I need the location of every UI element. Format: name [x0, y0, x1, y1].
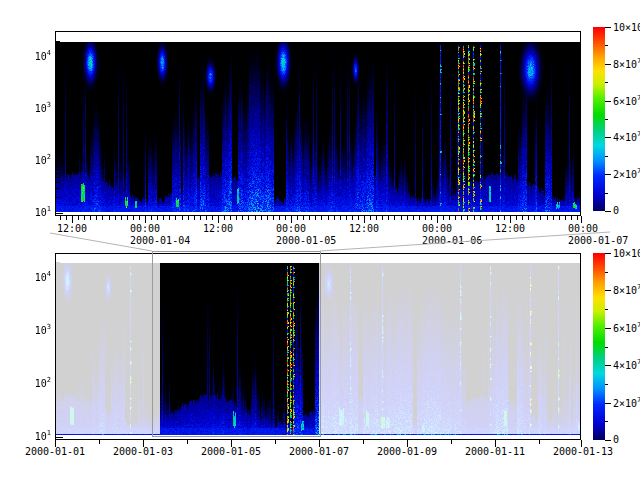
x-tick-label: 12:00 [57, 224, 87, 234]
x-minor-tick [407, 216, 408, 220]
x-minor-tick [413, 216, 414, 220]
context-veil-right [319, 254, 580, 434]
x-minor-tick [382, 216, 383, 220]
x-minor-tick [443, 216, 444, 220]
x-minor-tick [394, 216, 395, 220]
colorbar-minor-tick [605, 272, 608, 273]
x-tick-label: 12:00 [349, 224, 379, 234]
x-minor-tick [297, 216, 298, 220]
y-tick-label: 101 [15, 431, 51, 442]
x-minor-tick [206, 216, 207, 220]
x-minor-tick [334, 216, 335, 220]
y-minor-tick [56, 93, 60, 94]
x-minor-tick [169, 216, 170, 220]
y-minor-tick [56, 65, 60, 66]
x-minor-tick [559, 216, 560, 220]
y-major-tick [56, 213, 63, 214]
colorbar-major-tick [605, 64, 611, 65]
y-minor-tick [56, 117, 60, 118]
x-minor-tick [212, 216, 213, 220]
x-minor-tick [340, 216, 341, 220]
zoom-selection-box[interactable] [152, 251, 321, 437]
x-minor-tick [163, 216, 164, 220]
x-minor-tick [328, 216, 329, 220]
x-minor-tick [157, 216, 158, 220]
detail-spectrogram[interactable] [56, 42, 580, 212]
y-minor-tick [56, 177, 60, 178]
x-tick-label: 00:00 [422, 224, 452, 234]
colorbar-major-tick [605, 290, 611, 291]
x-major-tick [291, 216, 292, 223]
x-minor-tick [230, 216, 231, 220]
colorbar-major-tick [605, 27, 611, 28]
x-minor-tick [358, 216, 359, 220]
colorbar-major-tick [605, 174, 611, 175]
x-minor-tick [285, 216, 286, 220]
colorbar-major-tick [605, 403, 611, 404]
colorbar-major-tick [605, 211, 611, 212]
y-major-tick [56, 437, 63, 438]
x-minor-tick [571, 216, 572, 220]
x-major-tick [364, 216, 365, 223]
x-minor-tick [516, 216, 517, 220]
x-minor-tick [182, 216, 183, 220]
x-major-tick [218, 216, 219, 223]
colorbar-tick-label: 10×107 [613, 22, 640, 33]
x-minor-tick [376, 216, 377, 220]
colorbar-minor-tick [605, 119, 608, 120]
x-tick-label: 2000-01-07 [289, 447, 349, 457]
x-minor-tick [492, 216, 493, 220]
x-minor-tick [425, 216, 426, 220]
x-tick-label: 12:00 [203, 224, 233, 234]
x-minor-tick [99, 440, 100, 444]
y-major-tick [56, 161, 63, 162]
y-tick-label: 101 [15, 207, 51, 218]
x-minor-tick [431, 216, 432, 220]
y-tick-label: 103 [15, 325, 51, 336]
x-minor-tick [522, 216, 523, 220]
colorbar-major-tick [605, 365, 611, 366]
x-minor-tick [528, 216, 529, 220]
x-minor-tick [151, 216, 152, 220]
x-minor-tick [352, 216, 353, 220]
y-minor-tick [56, 136, 60, 137]
y-tick-label: 102 [15, 378, 51, 389]
x-tick-label: 2000-01-05 [201, 447, 261, 457]
x-minor-tick [467, 216, 468, 220]
colorbar-minor-tick [605, 347, 608, 348]
spectrogram-viewer: 12:0000:002000-01-0412:0000:002000-01-05… [0, 0, 640, 480]
y-minor-tick [56, 125, 60, 126]
x-minor-tick [78, 216, 79, 220]
x-minor-tick [188, 216, 189, 220]
x-minor-tick [480, 216, 481, 220]
x-tick-label: 00:00 [568, 224, 598, 234]
x-minor-tick [187, 440, 188, 444]
x-tick-label: 2000-01-03 [113, 447, 173, 457]
x-minor-tick [224, 216, 225, 220]
x-minor-tick [540, 216, 541, 220]
x-minor-tick [267, 216, 268, 220]
x-minor-tick [486, 216, 487, 220]
x-minor-tick [115, 216, 116, 220]
colorbar-minor-tick [605, 82, 608, 83]
y-minor-tick [56, 73, 60, 74]
x-date-label: 2000-01-04 [130, 236, 190, 246]
y-minor-tick [56, 197, 60, 198]
x-minor-tick [315, 216, 316, 220]
colorbar-minor-tick [605, 156, 608, 157]
x-major-tick [72, 216, 73, 223]
x-minor-tick [346, 216, 347, 220]
x-minor-tick [175, 216, 176, 220]
colorbar-minor-tick [605, 309, 608, 310]
x-minor-tick [248, 216, 249, 220]
y-minor-tick [56, 173, 60, 174]
colorbar-major-tick [605, 137, 611, 138]
colorbar-tick-label: 6×107 [613, 323, 640, 334]
colorbar-minor-tick [605, 384, 608, 385]
colorbar-tick-label: 6×107 [613, 96, 640, 107]
y-tick-label: 104 [15, 51, 51, 62]
colorbar-tick-label: 4×107 [613, 360, 640, 371]
x-minor-tick [102, 216, 103, 220]
colorbar-tick-label: 8×107 [613, 285, 640, 296]
y-tick-label: 102 [15, 155, 51, 166]
